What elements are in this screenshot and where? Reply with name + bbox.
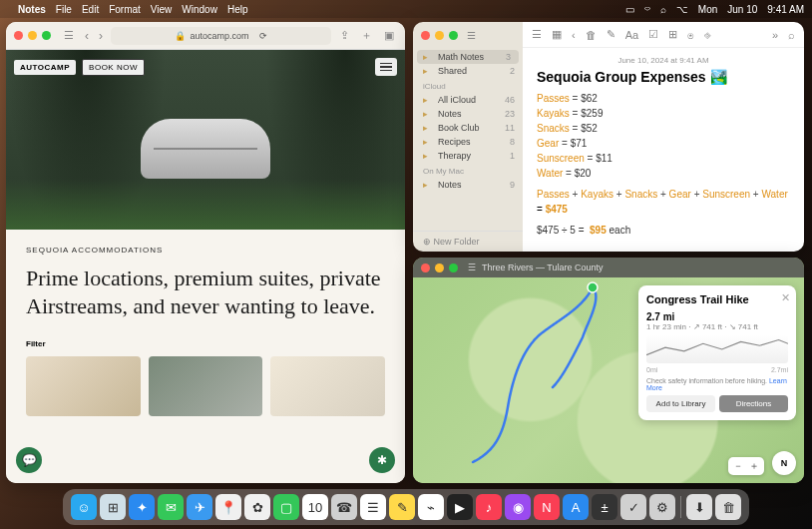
back-icon[interactable]: ‹ (571, 29, 577, 41)
folder-name: Notes (438, 180, 462, 190)
format-icon[interactable]: Aa (624, 29, 639, 41)
dock-podcasts[interactable]: ◉ (505, 494, 531, 520)
site-logo[interactable]: AUTOCAMP (14, 60, 76, 75)
dock-music[interactable]: ♪ (476, 494, 502, 520)
dock-downloads[interactable]: ⬇ (686, 494, 712, 520)
folder-row[interactable]: ▸Shared2 (413, 64, 523, 78)
add-to-library-button[interactable]: Add to Library (646, 395, 715, 412)
dock-trash[interactable]: 🗑 (715, 494, 741, 520)
new-folder-button[interactable]: ⊕ New Folder (413, 231, 523, 252)
math-sum-result: = $475 (537, 202, 790, 217)
dock-news[interactable]: N (534, 494, 560, 520)
hamburger-menu[interactable] (375, 58, 397, 76)
dock-maps[interactable]: 📍 (215, 494, 241, 520)
folder-row[interactable]: ▸Notes9 (413, 178, 523, 192)
dock-calculator[interactable]: ± (592, 494, 617, 520)
close-button[interactable] (421, 31, 430, 40)
tabs-icon[interactable]: ▣ (381, 29, 397, 42)
control-center-icon[interactable]: ⌥ (676, 4, 688, 15)
clock-day[interactable]: Mon (698, 4, 717, 15)
table-icon[interactable]: ⊞ (667, 28, 678, 41)
thumbnail[interactable] (149, 356, 263, 416)
search-icon[interactable]: ⌕ (660, 4, 666, 15)
folder-row[interactable]: ▸All iCloud46 (413, 93, 523, 107)
clock-time[interactable]: 9:41 AM (767, 4, 804, 15)
zoom-button[interactable] (449, 264, 458, 272)
wifi-icon[interactable]: ⌔ (644, 4, 650, 15)
address-bar[interactable]: 🔒 autocamp.com ⟳ (111, 27, 331, 45)
folder-row[interactable]: ▸Math Notes3 (417, 50, 519, 64)
compass[interactable]: N (772, 451, 796, 475)
dock-photos[interactable]: ✿ (244, 494, 270, 520)
folder-row[interactable]: ▸Therapy1 (413, 149, 523, 163)
back-button[interactable]: ‹ (83, 29, 91, 43)
eyebrow-text: SEQUOIA ACCOMMODATIONS (26, 246, 385, 255)
dock-tv[interactable]: ▶ (447, 494, 473, 520)
battery-icon[interactable]: ▭ (625, 4, 634, 15)
note-body[interactable]: June 10, 2024 at 9:41 AM Sequoia Group E… (523, 48, 804, 252)
menu-view[interactable]: View (151, 4, 173, 15)
menu-window[interactable]: Window (182, 4, 217, 15)
directions-button[interactable]: Directions (719, 395, 788, 412)
minimize-button[interactable] (435, 31, 444, 40)
accessibility-fab[interactable]: ✱ (369, 447, 395, 473)
dock-messages[interactable]: ✉ (158, 494, 184, 520)
link-icon[interactable]: ⎆ (703, 29, 712, 41)
zoom-button[interactable] (449, 31, 458, 40)
dock-safari[interactable]: ✦ (129, 494, 155, 520)
folder-row[interactable]: ▸Notes23 (413, 107, 523, 121)
dock-appstore[interactable]: A (563, 494, 589, 520)
sidebar-icon[interactable]: ☰ (468, 263, 476, 272)
reload-icon[interactable]: ⟳ (259, 31, 267, 41)
dock-contacts[interactable]: ☎ (331, 494, 357, 520)
dock-facetime[interactable]: ▢ (273, 494, 299, 520)
clock-date[interactable]: Jun 10 (727, 4, 757, 15)
checklist-icon[interactable]: ☑ (647, 28, 659, 41)
folder-row[interactable]: ▸Recipes8 (413, 135, 523, 149)
minimize-button[interactable] (435, 264, 444, 272)
sidebar-toggle-icon[interactable]: ☰ (61, 29, 77, 42)
dock-calendar[interactable]: 10 (302, 494, 328, 520)
minimize-button[interactable] (28, 31, 37, 40)
dock-freeform[interactable]: ⌁ (418, 494, 444, 520)
sidebar-icon[interactable]: ☰ (467, 30, 476, 41)
menu-help[interactable]: Help (227, 4, 248, 15)
math-line: Passes = $62 (537, 91, 790, 106)
list-view-icon[interactable]: ☰ (531, 28, 543, 41)
folder-row[interactable]: ▸Book Club11 (413, 121, 523, 135)
search-icon[interactable]: ⌕ (787, 29, 796, 41)
share-icon[interactable]: ⇪ (337, 29, 352, 42)
filter-label[interactable]: Filter (26, 339, 385, 348)
menu-format[interactable]: Format (109, 4, 141, 15)
grid-view-icon[interactable]: ▦ (551, 28, 563, 41)
new-tab-icon[interactable]: ＋ (358, 28, 375, 43)
thumbnail[interactable] (26, 356, 141, 416)
app-menu[interactable]: Notes (18, 4, 46, 15)
chat-fab[interactable]: 💬 (16, 447, 42, 473)
dock-finder[interactable]: ☺ (71, 494, 97, 520)
folder-icon: ▸ (423, 66, 433, 76)
math-line: Sunscreen = $11 (537, 151, 790, 166)
close-button[interactable] (14, 31, 23, 40)
more-icon[interactable]: » (771, 29, 779, 41)
dock-mail[interactable]: ✈ (187, 494, 212, 520)
dock-reminders[interactable]: ☰ (360, 494, 386, 520)
compose-icon[interactable]: ✎ (606, 28, 616, 41)
trash-icon[interactable]: 🗑 (585, 29, 598, 41)
dock-launchpad[interactable]: ⊞ (100, 494, 126, 520)
zoom-button[interactable] (42, 31, 51, 40)
dock-notes[interactable]: ✎ (389, 494, 415, 520)
thumbnail[interactable] (270, 356, 385, 416)
close-icon[interactable]: ✕ (781, 291, 790, 304)
map-zoom-control[interactable]: －＋ (728, 457, 764, 475)
close-button[interactable] (421, 264, 430, 272)
menu-edit[interactable]: Edit (82, 4, 99, 15)
media-icon[interactable]: ⍟ (686, 29, 695, 41)
dock-settings[interactable]: ⚙ (649, 494, 675, 520)
menu-file[interactable]: File (56, 4, 72, 15)
dock-passwords[interactable]: ✓ (620, 494, 646, 520)
book-now-button[interactable]: BOOK NOW (82, 59, 145, 76)
elev-lo: 0mi (646, 366, 657, 373)
maps-toolbar: ☰ Three Rivers — Tulare County (413, 258, 804, 277)
forward-button[interactable]: › (97, 29, 105, 43)
